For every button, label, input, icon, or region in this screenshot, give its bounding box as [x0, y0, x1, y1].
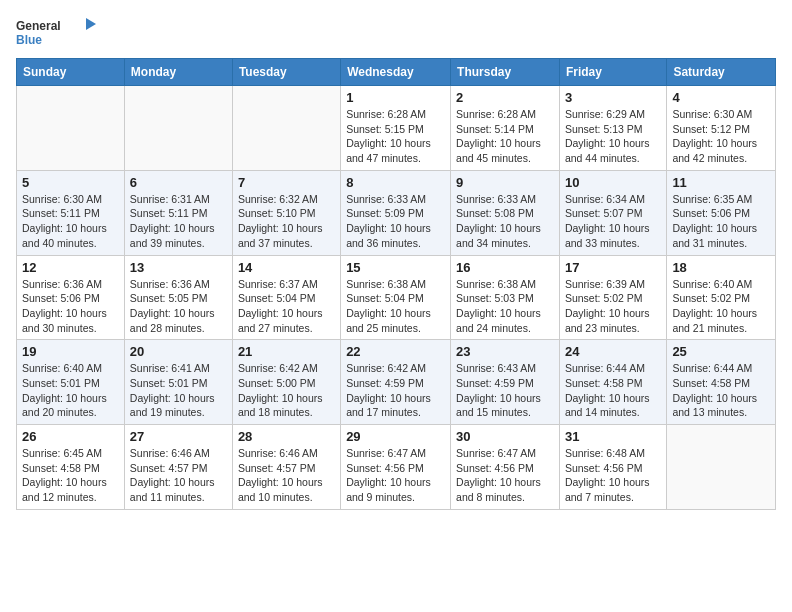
calendar-cell: 14Sunrise: 6:37 AM Sunset: 5:04 PM Dayli… [232, 255, 340, 340]
day-info: Sunrise: 6:44 AM Sunset: 4:58 PM Dayligh… [672, 361, 770, 420]
day-info: Sunrise: 6:31 AM Sunset: 5:11 PM Dayligh… [130, 192, 227, 251]
svg-text:Blue: Blue [16, 33, 42, 47]
day-info: Sunrise: 6:28 AM Sunset: 5:15 PM Dayligh… [346, 107, 445, 166]
calendar-cell: 23Sunrise: 6:43 AM Sunset: 4:59 PM Dayli… [451, 340, 560, 425]
calendar-cell [124, 86, 232, 171]
day-number: 18 [672, 260, 770, 275]
calendar-cell: 8Sunrise: 6:33 AM Sunset: 5:09 PM Daylig… [341, 170, 451, 255]
day-info: Sunrise: 6:36 AM Sunset: 5:05 PM Dayligh… [130, 277, 227, 336]
day-info: Sunrise: 6:46 AM Sunset: 4:57 PM Dayligh… [130, 446, 227, 505]
calendar-week-row: 1Sunrise: 6:28 AM Sunset: 5:15 PM Daylig… [17, 86, 776, 171]
calendar-cell: 12Sunrise: 6:36 AM Sunset: 5:06 PM Dayli… [17, 255, 125, 340]
logo: General Blue [16, 16, 96, 48]
day-number: 20 [130, 344, 227, 359]
day-number: 23 [456, 344, 554, 359]
calendar-cell: 4Sunrise: 6:30 AM Sunset: 5:12 PM Daylig… [667, 86, 776, 171]
calendar-cell [667, 425, 776, 510]
calendar-cell: 9Sunrise: 6:33 AM Sunset: 5:08 PM Daylig… [451, 170, 560, 255]
calendar-cell: 3Sunrise: 6:29 AM Sunset: 5:13 PM Daylig… [559, 86, 666, 171]
day-info: Sunrise: 6:30 AM Sunset: 5:11 PM Dayligh… [22, 192, 119, 251]
calendar-cell: 28Sunrise: 6:46 AM Sunset: 4:57 PM Dayli… [232, 425, 340, 510]
day-number: 30 [456, 429, 554, 444]
day-number: 19 [22, 344, 119, 359]
calendar-cell: 25Sunrise: 6:44 AM Sunset: 4:58 PM Dayli… [667, 340, 776, 425]
day-info: Sunrise: 6:44 AM Sunset: 4:58 PM Dayligh… [565, 361, 661, 420]
day-info: Sunrise: 6:42 AM Sunset: 5:00 PM Dayligh… [238, 361, 335, 420]
day-number: 25 [672, 344, 770, 359]
calendar-cell [17, 86, 125, 171]
calendar-cell: 26Sunrise: 6:45 AM Sunset: 4:58 PM Dayli… [17, 425, 125, 510]
day-info: Sunrise: 6:47 AM Sunset: 4:56 PM Dayligh… [456, 446, 554, 505]
day-number: 9 [456, 175, 554, 190]
calendar-cell: 7Sunrise: 6:32 AM Sunset: 5:10 PM Daylig… [232, 170, 340, 255]
calendar-cell: 22Sunrise: 6:42 AM Sunset: 4:59 PM Dayli… [341, 340, 451, 425]
calendar-cell [232, 86, 340, 171]
day-number: 29 [346, 429, 445, 444]
calendar-cell: 6Sunrise: 6:31 AM Sunset: 5:11 PM Daylig… [124, 170, 232, 255]
page-header: General Blue [16, 16, 776, 48]
day-info: Sunrise: 6:42 AM Sunset: 4:59 PM Dayligh… [346, 361, 445, 420]
calendar-cell: 16Sunrise: 6:38 AM Sunset: 5:03 PM Dayli… [451, 255, 560, 340]
logo-icon: General Blue [16, 16, 96, 48]
svg-marker-2 [86, 18, 96, 30]
calendar-cell: 17Sunrise: 6:39 AM Sunset: 5:02 PM Dayli… [559, 255, 666, 340]
day-info: Sunrise: 6:38 AM Sunset: 5:03 PM Dayligh… [456, 277, 554, 336]
day-number: 1 [346, 90, 445, 105]
day-info: Sunrise: 6:28 AM Sunset: 5:14 PM Dayligh… [456, 107, 554, 166]
day-info: Sunrise: 6:33 AM Sunset: 5:08 PM Dayligh… [456, 192, 554, 251]
calendar-cell: 24Sunrise: 6:44 AM Sunset: 4:58 PM Dayli… [559, 340, 666, 425]
day-number: 28 [238, 429, 335, 444]
calendar-cell: 30Sunrise: 6:47 AM Sunset: 4:56 PM Dayli… [451, 425, 560, 510]
day-number: 4 [672, 90, 770, 105]
calendar-cell: 18Sunrise: 6:40 AM Sunset: 5:02 PM Dayli… [667, 255, 776, 340]
day-info: Sunrise: 6:32 AM Sunset: 5:10 PM Dayligh… [238, 192, 335, 251]
calendar-table: SundayMondayTuesdayWednesdayThursdayFrid… [16, 58, 776, 510]
column-header-saturday: Saturday [667, 59, 776, 86]
day-number: 15 [346, 260, 445, 275]
calendar-cell: 19Sunrise: 6:40 AM Sunset: 5:01 PM Dayli… [17, 340, 125, 425]
calendar-cell: 11Sunrise: 6:35 AM Sunset: 5:06 PM Dayli… [667, 170, 776, 255]
day-info: Sunrise: 6:48 AM Sunset: 4:56 PM Dayligh… [565, 446, 661, 505]
day-number: 11 [672, 175, 770, 190]
day-info: Sunrise: 6:41 AM Sunset: 5:01 PM Dayligh… [130, 361, 227, 420]
column-header-tuesday: Tuesday [232, 59, 340, 86]
day-number: 24 [565, 344, 661, 359]
calendar-week-row: 19Sunrise: 6:40 AM Sunset: 5:01 PM Dayli… [17, 340, 776, 425]
day-number: 26 [22, 429, 119, 444]
calendar-header-row: SundayMondayTuesdayWednesdayThursdayFrid… [17, 59, 776, 86]
day-number: 17 [565, 260, 661, 275]
day-info: Sunrise: 6:33 AM Sunset: 5:09 PM Dayligh… [346, 192, 445, 251]
day-info: Sunrise: 6:29 AM Sunset: 5:13 PM Dayligh… [565, 107, 661, 166]
day-info: Sunrise: 6:46 AM Sunset: 4:57 PM Dayligh… [238, 446, 335, 505]
calendar-week-row: 26Sunrise: 6:45 AM Sunset: 4:58 PM Dayli… [17, 425, 776, 510]
day-info: Sunrise: 6:35 AM Sunset: 5:06 PM Dayligh… [672, 192, 770, 251]
calendar-cell: 5Sunrise: 6:30 AM Sunset: 5:11 PM Daylig… [17, 170, 125, 255]
day-info: Sunrise: 6:38 AM Sunset: 5:04 PM Dayligh… [346, 277, 445, 336]
day-number: 2 [456, 90, 554, 105]
column-header-sunday: Sunday [17, 59, 125, 86]
calendar-cell: 27Sunrise: 6:46 AM Sunset: 4:57 PM Dayli… [124, 425, 232, 510]
column-header-wednesday: Wednesday [341, 59, 451, 86]
day-info: Sunrise: 6:43 AM Sunset: 4:59 PM Dayligh… [456, 361, 554, 420]
calendar-cell: 29Sunrise: 6:47 AM Sunset: 4:56 PM Dayli… [341, 425, 451, 510]
column-header-friday: Friday [559, 59, 666, 86]
day-number: 14 [238, 260, 335, 275]
calendar-cell: 20Sunrise: 6:41 AM Sunset: 5:01 PM Dayli… [124, 340, 232, 425]
day-number: 5 [22, 175, 119, 190]
day-number: 13 [130, 260, 227, 275]
calendar-cell: 31Sunrise: 6:48 AM Sunset: 4:56 PM Dayli… [559, 425, 666, 510]
day-number: 27 [130, 429, 227, 444]
column-header-thursday: Thursday [451, 59, 560, 86]
day-number: 8 [346, 175, 445, 190]
day-number: 6 [130, 175, 227, 190]
calendar-cell: 15Sunrise: 6:38 AM Sunset: 5:04 PM Dayli… [341, 255, 451, 340]
day-number: 21 [238, 344, 335, 359]
day-number: 7 [238, 175, 335, 190]
calendar-week-row: 12Sunrise: 6:36 AM Sunset: 5:06 PM Dayli… [17, 255, 776, 340]
day-number: 16 [456, 260, 554, 275]
day-info: Sunrise: 6:40 AM Sunset: 5:01 PM Dayligh… [22, 361, 119, 420]
day-info: Sunrise: 6:30 AM Sunset: 5:12 PM Dayligh… [672, 107, 770, 166]
calendar-cell: 2Sunrise: 6:28 AM Sunset: 5:14 PM Daylig… [451, 86, 560, 171]
day-number: 22 [346, 344, 445, 359]
calendar-cell: 13Sunrise: 6:36 AM Sunset: 5:05 PM Dayli… [124, 255, 232, 340]
